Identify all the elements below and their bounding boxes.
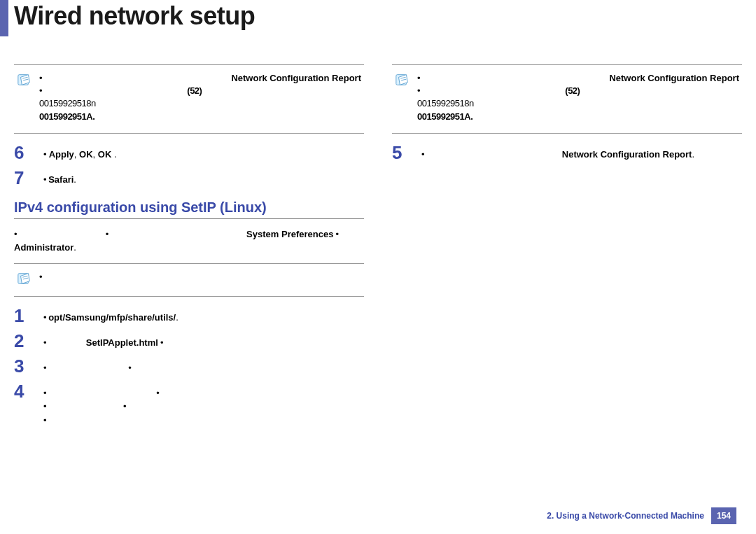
step-text: • opt/Samsung/mfp/share/utils/. — [43, 307, 364, 325]
footer-chapter: 2. Using a Network-Connected Machine — [547, 511, 704, 521]
section-heading-linux: IPv4 configuration using SetIP (Linux) — [14, 199, 364, 219]
note-text: • — [39, 73, 42, 83]
right-column: • Network Configuration Report • (52) 00… — [392, 64, 742, 434]
step-text: • • •• • — [43, 382, 364, 428]
note-text-2: • — [417, 85, 420, 96]
step-4: 4 • • •• • — [14, 382, 364, 428]
note-mac-1: 00159929518n — [39, 98, 96, 108]
note-text: • — [417, 73, 420, 83]
page-title: Wired network setup — [14, 1, 255, 31]
note-box-mac-address: • Network Configuration Report • (52) 00… — [14, 64, 364, 134]
note-icon — [395, 72, 410, 87]
note-body: • Network Configuration Report • (52) 00… — [417, 72, 739, 123]
step-7: 7 • Safari. — [14, 169, 364, 187]
step-number: 7 — [14, 169, 34, 187]
note-box-linux: • — [14, 263, 364, 297]
note-bold: Network Configuration Report — [231, 73, 361, 83]
left-column: • Network Configuration Report • (52) 00… — [14, 64, 364, 434]
step-number: 6 — [14, 143, 34, 162]
note-icon — [17, 72, 32, 87]
step-2: 2 • SetIPApplet.html • — [14, 332, 364, 350]
note-body: • Network Configuration Report • (52) 00… — [39, 72, 361, 123]
note-text: • — [39, 272, 42, 282]
step-6: 6 • Apply, OK, OK . — [14, 143, 364, 162]
content-columns: • Network Configuration Report • (52) 00… — [14, 64, 742, 434]
step-number: 2 — [14, 332, 34, 350]
note-text-3: (52) — [187, 85, 202, 96]
step-text: • Safari. — [43, 169, 364, 187]
intro-paragraph: • • System Preferences • Administrator. — [14, 227, 364, 255]
step-text: • • — [43, 357, 364, 375]
note-box-mac-address-right: • Network Configuration Report • (52) 00… — [392, 64, 742, 134]
step-number: 1 — [14, 307, 34, 325]
note-mac-1: 00159929518n — [417, 98, 474, 108]
header-tab-accent — [0, 0, 8, 36]
step-1: 1 • opt/Samsung/mfp/share/utils/. — [14, 307, 364, 325]
step-5: 5 • Network Configuration Report. — [392, 143, 742, 162]
note-mac-2: 0015992951A. — [39, 111, 94, 122]
note-mac-2: 0015992951A. — [417, 111, 472, 122]
page-footer: 2. Using a Network-Connected Machine 154 — [547, 507, 736, 524]
step-text: • Network Configuration Report. — [421, 143, 742, 162]
step-number: 5 — [392, 143, 412, 162]
note-text-3: (52) — [565, 85, 580, 96]
note-text-2: • — [39, 85, 42, 96]
note-bold: Network Configuration Report — [609, 73, 739, 83]
step-3: 3 • • — [14, 357, 364, 375]
step-number: 3 — [14, 357, 34, 375]
step-text: • SetIPApplet.html • — [43, 332, 364, 350]
note-body: • — [39, 271, 361, 286]
step-text: • Apply, OK, OK . — [43, 143, 364, 162]
note-icon — [17, 271, 32, 286]
step-number: 4 — [14, 382, 34, 400]
footer-page-number: 154 — [711, 507, 736, 524]
